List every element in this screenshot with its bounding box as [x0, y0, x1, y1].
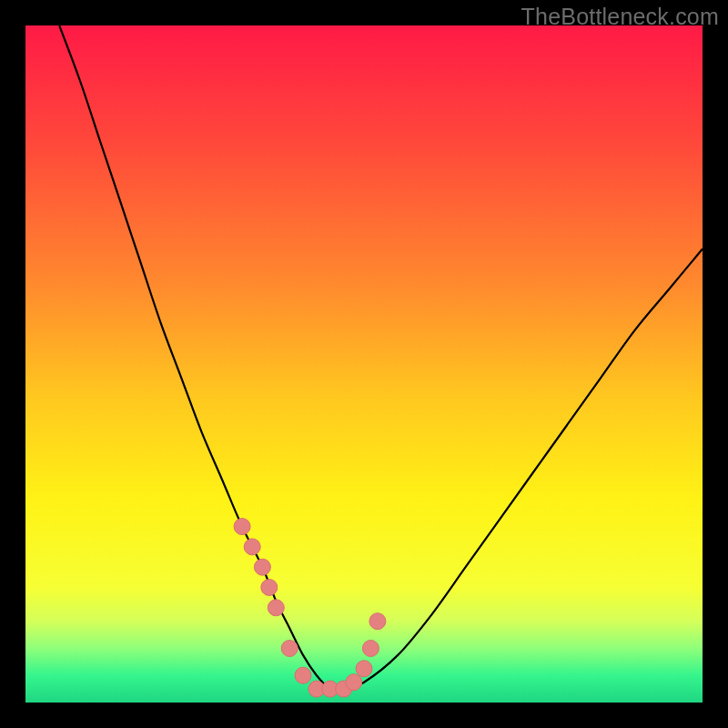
highlight-marker: [261, 580, 278, 596]
highlight-marker: [254, 559, 270, 575]
chart-frame: TheBottleneck.com: [0, 0, 728, 728]
highlight-marker: [369, 613, 386, 630]
bottleneck-chart: [25, 25, 703, 703]
highlight-marker: [281, 641, 298, 657]
highlight-marker: [362, 641, 379, 657]
gradient-background: [25, 25, 703, 703]
highlight-marker: [356, 661, 372, 677]
highlight-marker: [244, 539, 260, 555]
highlight-marker: [346, 674, 362, 691]
highlight-marker: [234, 519, 250, 535]
highlight-marker: [295, 667, 311, 683]
highlight-marker: [268, 600, 284, 616]
